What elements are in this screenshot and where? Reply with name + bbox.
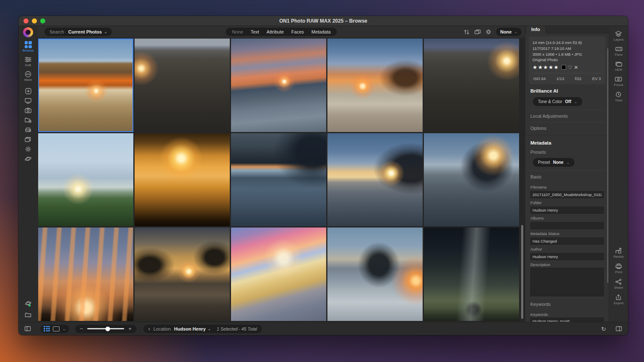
rail-item-time[interactable]: Time — [615, 91, 622, 102]
rail-item-print[interactable]: Print — [615, 263, 622, 274]
section-presets[interactable]: Presets — [530, 146, 605, 158]
filename-input[interactable] — [530, 191, 604, 198]
photo-thumbnail-seastack-golden[interactable] — [135, 228, 230, 321]
like-heart-icon[interactable]: ♡ — [568, 65, 572, 70]
right-panel-toggle-icon — [615, 326, 622, 331]
local-drives-button[interactable] — [23, 126, 34, 133]
metadata-status-input[interactable] — [530, 238, 604, 245]
cataloged-folders-button[interactable] — [23, 136, 34, 143]
field-keywords: Keywords Hudson Henry, moab — [530, 312, 604, 322]
rail-item-resize[interactable]: Resize — [613, 248, 623, 259]
reject-x-icon[interactable]: ✕ — [574, 65, 578, 70]
sync-status-button[interactable] — [23, 300, 34, 307]
folder-input[interactable] — [530, 207, 604, 214]
reset-button[interactable]: ↺ — [601, 326, 606, 332]
star-rating[interactable]: ★★★★★ — [532, 64, 559, 70]
rail-item-hdr[interactable]: HDR — [615, 61, 623, 72]
slider-knob[interactable] — [105, 326, 110, 331]
preview-toggle-button[interactable] — [485, 29, 492, 35]
field-author: Author — [530, 247, 604, 260]
detail-view-button[interactable] — [53, 326, 60, 331]
photo-thumbnail-golden-lighthouse[interactable] — [135, 133, 230, 227]
sidebar-item-edit[interactable]: Edit — [24, 56, 32, 67]
photo-thumbnail-seastack-sunstar[interactable] — [327, 133, 423, 227]
filter-tab-none[interactable]: None — [228, 29, 247, 34]
photo-thumbnail-god-rays[interactable] — [38, 228, 133, 321]
zoom-in-button[interactable]: + — [128, 326, 132, 331]
filter-tab-attribute[interactable]: Attribute — [263, 29, 288, 34]
exif-datetime: 11/7/2017 7:19:10 AM — [532, 46, 602, 52]
search-input[interactable]: Search — [49, 29, 64, 34]
rail-item-layers[interactable]: Layers — [613, 31, 623, 41]
filter-tab-metadata[interactable]: Metadata — [308, 29, 335, 34]
grid-view-button[interactable] — [44, 326, 50, 331]
albums-input[interactable] — [530, 222, 604, 229]
exif-shutter: 1/13 — [556, 76, 564, 81]
back-chevron-icon[interactable]: ‹ — [148, 326, 150, 332]
filter-tab-text[interactable]: Text — [247, 29, 263, 34]
rail-item-export[interactable]: Export — [614, 294, 623, 305]
author-label: Author — [530, 247, 604, 251]
sidebar-item-browse[interactable]: Browse — [23, 41, 34, 52]
section-keywords[interactable]: Keywords — [530, 298, 605, 310]
add-source-button[interactable] — [23, 88, 34, 95]
folder-collapse-icon — [24, 312, 32, 318]
rating-filter-dropdown[interactable]: None ⌄ — [496, 28, 522, 36]
smart-albums-button[interactable] — [23, 145, 34, 153]
chevron-down-icon: ⌄ — [514, 30, 517, 34]
photo-thumbnail-mesa-arch[interactable] — [38, 39, 133, 132]
search-scope-dropdown[interactable]: Current Photos ⌄ — [68, 29, 107, 34]
sidebar-item-more[interactable]: More — [24, 71, 32, 82]
photo-thumbnail-dunes-sunstar[interactable] — [424, 39, 519, 132]
folder-label: Folder — [530, 200, 604, 205]
compare-view-button[interactable] — [474, 29, 481, 35]
section-local-adjustments[interactable]: Local Adjustments — [530, 110, 605, 122]
color-label-swatch[interactable] — [561, 65, 566, 70]
tab-info[interactable]: Info — [526, 26, 545, 34]
section-basic[interactable]: Basic — [530, 171, 605, 183]
camera-import-button[interactable] — [23, 107, 34, 114]
toggle-left-panel-button[interactable] — [24, 326, 31, 331]
brightness-bulb-icon — [485, 29, 492, 35]
search-bar[interactable]: Search Current Photos ⌄ — [44, 28, 112, 36]
preset-dropdown[interactable]: Preset None ⌄ — [533, 158, 574, 167]
info-panel-scrollbar[interactable] — [607, 48, 608, 283]
recent-folders-button[interactable] — [23, 116, 34, 124]
photo-thumbnail-sea-stacks-clouds[interactable] — [231, 39, 326, 132]
export-label: Export — [614, 301, 623, 305]
export-icon — [615, 294, 622, 300]
keywords-textarea[interactable]: Hudson Henry, moab — [530, 318, 604, 322]
rail-item-focus[interactable]: Focus — [614, 76, 623, 87]
location-dropdown[interactable]: Hudson Henry ⌄ — [174, 326, 211, 331]
photo-thumbnail-milky-way[interactable] — [424, 228, 519, 321]
description-textarea[interactable] — [530, 268, 604, 296]
thumbnail-size-slider[interactable] — [87, 328, 124, 329]
photo-thumbnail-dunes-sun-left[interactable] — [135, 39, 230, 132]
map-view-button[interactable] — [23, 155, 34, 162]
location-prefix: Location — [153, 326, 171, 331]
collapse-folder-button[interactable] — [23, 311, 34, 318]
filter-tab-faces[interactable]: Faces — [288, 29, 308, 34]
filename-label: Filename — [530, 185, 604, 189]
grid-scrollbar[interactable] — [521, 225, 523, 319]
photo-thumbnail-shipwreck[interactable] — [327, 39, 423, 132]
view-options-chevron[interactable]: ⌄ — [62, 327, 66, 331]
field-description: Description — [530, 262, 604, 298]
photo-thumbnail-moody-coast[interactable] — [231, 133, 326, 227]
rail-item-share[interactable]: Share — [614, 279, 623, 290]
this-computer-button[interactable] — [23, 97, 34, 104]
tone-color-dropdown[interactable]: Tone & Color Off ⌄ — [533, 97, 582, 106]
sort-order-button[interactable] — [464, 29, 470, 35]
section-options[interactable]: Options — [530, 122, 605, 134]
toggle-right-panel-button[interactable] — [615, 326, 622, 331]
preset-label: Preset — [538, 160, 550, 165]
tone-color-value: Off — [565, 99, 571, 104]
photo-thumbnail-pink-dunes[interactable] — [231, 228, 326, 321]
photo-grid — [38, 39, 519, 321]
zoom-out-button[interactable]: − — [80, 326, 83, 331]
rail-item-pano[interactable]: Pano — [615, 46, 623, 57]
photo-thumbnail-palms[interactable] — [38, 133, 133, 227]
photo-thumbnail-haystack-photographers[interactable] — [424, 133, 519, 227]
photo-thumbnail-seastack-surf[interactable] — [327, 228, 423, 321]
author-input[interactable] — [530, 253, 604, 260]
